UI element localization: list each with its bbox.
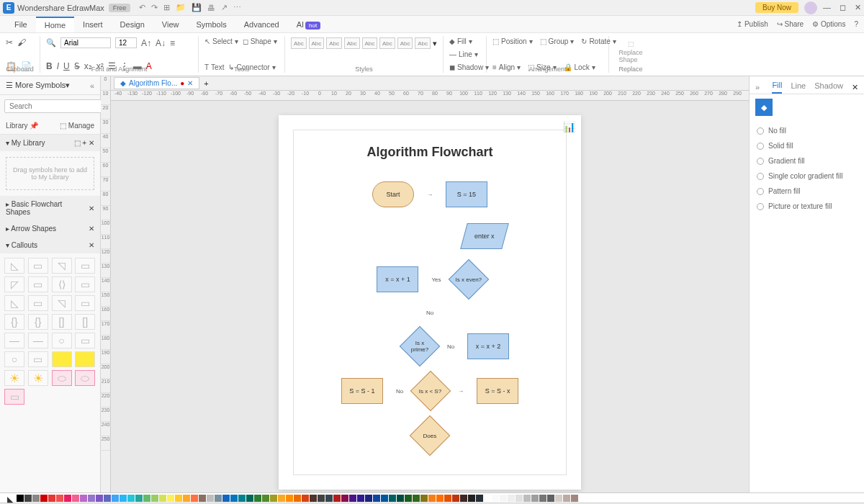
callout-shape[interactable]: ◺ <box>4 258 24 274</box>
export-icon[interactable]: ↗ <box>221 3 228 12</box>
callout-shape[interactable]: ○ <box>4 351 24 367</box>
color-swatch[interactable] <box>420 495 428 502</box>
color-swatch[interactable] <box>381 495 388 502</box>
color-swatch[interactable] <box>120 495 127 502</box>
callout-shape[interactable]: ▭ <box>75 295 95 311</box>
color-swatch[interactable] <box>389 495 396 502</box>
more-icon[interactable]: ⋯ <box>233 3 241 12</box>
callout-shape[interactable]: {} <box>4 314 24 330</box>
styles-more-icon[interactable]: ▾ <box>433 39 437 48</box>
add-tab-icon[interactable]: + <box>204 79 208 88</box>
color-swatch[interactable] <box>262 495 269 502</box>
color-swatch[interactable] <box>17 495 24 502</box>
color-swatch[interactable] <box>476 495 483 502</box>
search-input[interactable] <box>4 99 106 113</box>
color-swatch[interactable] <box>325 495 333 502</box>
menu-insert[interactable]: Insert <box>74 17 112 32</box>
position-button[interactable]: ⬚ Position▾ <box>492 37 533 45</box>
color-swatch[interactable] <box>40 495 48 502</box>
save-icon[interactable]: 💾 <box>192 3 202 12</box>
callout-shape[interactable]: ⬭ <box>52 370 72 386</box>
basic-shapes-section[interactable]: ▸ Basic Flowchart Shapes✕ <box>0 196 100 220</box>
no-fill-option[interactable]: No fill <box>757 123 857 138</box>
style-preset[interactable]: Abc <box>309 37 325 49</box>
fill-button[interactable]: ◆ Fill▾ <box>449 37 480 45</box>
tab-shadow[interactable]: Shadow <box>814 81 843 93</box>
menu-advanced[interactable]: Advanced <box>235 17 288 32</box>
color-swatch[interactable] <box>318 495 325 502</box>
color-swatch[interactable] <box>333 495 341 502</box>
close-tab-icon[interactable]: ✕ <box>187 79 193 87</box>
callout-shape[interactable]: ▭ <box>75 276 95 292</box>
color-swatch[interactable] <box>302 495 309 502</box>
color-swatch[interactable] <box>349 495 356 502</box>
color-swatch[interactable] <box>444 495 451 502</box>
callout-shape[interactable]: ⬭ <box>75 370 95 386</box>
color-swatch[interactable] <box>508 495 515 502</box>
undo-icon[interactable]: ↶ <box>139 3 145 12</box>
color-swatch[interactable] <box>286 495 293 502</box>
color-swatch[interactable] <box>238 495 246 502</box>
fc-start[interactable]: Start <box>372 181 414 207</box>
color-swatch[interactable] <box>64 495 71 502</box>
color-swatch[interactable] <box>563 495 570 502</box>
callout-shape[interactable]: ◺ <box>4 295 24 311</box>
color-swatch[interactable] <box>539 495 546 502</box>
fc-process[interactable]: S = S - 1 <box>341 378 383 404</box>
style-preset[interactable]: Abc <box>415 37 431 49</box>
color-swatch[interactable] <box>167 495 174 502</box>
color-swatch[interactable] <box>32 495 40 502</box>
callout-shape[interactable] <box>52 351 72 367</box>
color-swatch[interactable] <box>278 495 285 502</box>
pattern-fill-option[interactable]: Pattern fill <box>757 184 857 199</box>
color-swatch[interactable] <box>397 495 404 502</box>
more-symbols-label[interactable]: ☰ More Symbols▾ <box>6 81 70 90</box>
fill-tool-icon[interactable]: ◆ <box>755 99 773 116</box>
color-swatch[interactable] <box>365 495 372 502</box>
color-swatch[interactable] <box>373 495 380 502</box>
color-swatch[interactable] <box>135 495 143 502</box>
color-swatch[interactable] <box>80 495 87 502</box>
align-icon[interactable]: ≡ <box>170 38 175 48</box>
callout-shape[interactable]: [] <box>52 314 72 330</box>
color-swatch[interactable] <box>254 495 261 502</box>
color-swatch[interactable] <box>56 495 63 502</box>
callout-shape[interactable]: ▭ <box>28 351 48 367</box>
color-swatch[interactable] <box>151 495 158 502</box>
color-swatch[interactable] <box>72 495 79 502</box>
collapse-sidebar-icon[interactable]: « <box>90 81 94 90</box>
group-button[interactable]: ⬚ Group▾ <box>540 37 575 45</box>
avatar[interactable] <box>804 1 817 14</box>
color-swatch[interactable] <box>452 495 459 502</box>
menu-home[interactable]: Home <box>36 17 74 32</box>
font-select[interactable] <box>60 37 111 48</box>
color-swatch[interactable] <box>230 495 238 502</box>
maximize-icon[interactable]: ◻ <box>840 3 846 12</box>
color-swatch[interactable] <box>531 495 539 502</box>
options-button[interactable]: ⚙ Options <box>812 20 845 28</box>
drag-area[interactable]: Drag symbols here to add to My Library <box>6 157 94 190</box>
color-swatch[interactable] <box>460 495 467 502</box>
callout-shape[interactable]: ○ <box>52 333 72 348</box>
callout-shape[interactable]: [] <box>75 314 95 330</box>
fc-process[interactable]: S = S - x <box>477 378 518 404</box>
callout-shape[interactable]: ▭ <box>75 258 95 274</box>
style-preset[interactable]: Abc <box>397 37 413 49</box>
color-swatch[interactable] <box>547 495 554 502</box>
callout-shape[interactable]: ▭ <box>75 333 95 348</box>
style-preset[interactable]: Abc <box>379 37 395 49</box>
help-icon[interactable]: ? <box>854 20 858 28</box>
callout-shape[interactable]: ⟨⟩ <box>52 276 72 292</box>
color-swatch[interactable] <box>96 495 103 502</box>
color-swatch[interactable] <box>270 495 277 502</box>
menu-symbols[interactable]: Symbols <box>188 17 235 32</box>
publish-button[interactable]: ↥ Publish <box>737 20 768 28</box>
single-gradient-option[interactable]: Single color gradient fill <box>757 168 857 184</box>
page[interactable]: 📊 Algorithm Flowchart Start → S = 15 ent… <box>279 115 581 490</box>
size-select[interactable] <box>115 37 137 48</box>
color-swatch[interactable] <box>428 495 436 502</box>
color-swatch[interactable] <box>88 495 95 502</box>
style-preset[interactable]: Abc <box>344 37 360 49</box>
fc-decision[interactable]: Is x prime? <box>400 326 441 367</box>
pointer-icon[interactable]: ◣ <box>7 495 13 501</box>
